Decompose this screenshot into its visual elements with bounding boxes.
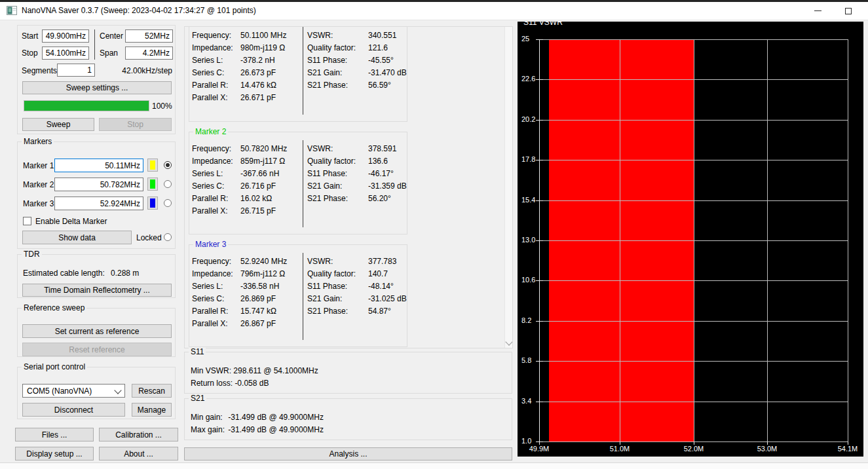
window-title: NanoVNA Saver 0.3.7 (Sweep: 2023-04-02 1… [22, 6, 256, 15]
field-label: Parallel X: [192, 206, 228, 216]
marker-row: Marker 3 [18, 197, 175, 211]
sweep-start-input[interactable] [42, 29, 89, 43]
set-reference-button[interactable]: Set current as reference [22, 324, 172, 338]
field-row: Parallel X:26.715 pF [189, 206, 407, 219]
marker-panel-title: Marker 3 [193, 240, 228, 249]
field-value: 121.6 [368, 43, 388, 52]
marker-data-scroll-area[interactable]: Frequency:50.1100 MHzImpedance:980m-j119… [184, 26, 513, 348]
max-gain-value: -31.499 dB @ 49.9000MHz [228, 425, 324, 434]
enable-delta-marker-checkbox[interactable] [23, 217, 31, 225]
field-value: -48.14° [368, 282, 394, 291]
sweep-button[interactable]: Sweep [22, 118, 94, 131]
sweep-settings-button[interactable]: Sweep settings ... [22, 81, 172, 94]
stop-button[interactable]: Stop [99, 118, 172, 131]
y-tick-label: 13.0 [521, 236, 535, 244]
about-button[interactable]: About ... [99, 447, 178, 460]
tdr-button[interactable]: Time Domain Reflectometry ... [22, 284, 172, 297]
calibration-button[interactable]: Calibration ... [99, 428, 178, 441]
marker-color-button[interactable] [147, 159, 158, 172]
marker2-data-panel: Marker 2Frequency:50.7820 MHzImpedance:8… [189, 132, 407, 235]
marker-select-radio[interactable] [164, 199, 172, 207]
markers-group-title: Markers [22, 137, 54, 146]
maximize-button[interactable] [837, 2, 859, 20]
marker-label: Marker 1 [23, 161, 54, 170]
marker-select-radio[interactable] [164, 161, 172, 169]
marker-frequency-input[interactable] [54, 178, 143, 191]
manage-button[interactable]: Manage [132, 403, 172, 417]
field-row: S21 Gain:-31.025 dB [189, 294, 407, 307]
cable-length-value: 0.288 m [111, 269, 139, 278]
divider [94, 29, 95, 60]
field-label: S11 Phase: [307, 56, 347, 65]
field-label: S21 Gain: [307, 68, 342, 77]
minimize-button[interactable] [806, 2, 829, 20]
scrollbar[interactable] [504, 27, 512, 348]
field-value: -45.55° [368, 56, 394, 65]
display-setup-button[interactable]: Display setup ... [15, 447, 94, 460]
marker-frequency-input[interactable] [54, 159, 143, 172]
x-tick-label: 49.9M [529, 445, 550, 453]
axis-tick [536, 39, 543, 40]
field-value: 140.7 [368, 269, 388, 278]
field-value: 26.715 pF [240, 206, 276, 216]
field-row: Quality factor:136.6 [189, 157, 407, 169]
field-row: VSWR:340.551 [189, 31, 407, 43]
axis-tick [536, 120, 543, 121]
show-data-button[interactable]: Show data [22, 231, 132, 244]
marker-color-button[interactable] [147, 197, 158, 210]
step-size-label: 42.00kHz/step [122, 66, 172, 75]
sweep-progress-bar [24, 100, 149, 111]
field-label: VSWR: [307, 31, 333, 40]
sweep-stop-input[interactable] [42, 47, 89, 60]
titlebar[interactable]: NanoVNA Saver 0.3.7 (Sweep: 2023-04-02 1… [0, 2, 868, 20]
center-label: Center [100, 31, 123, 41]
markers-group: Markers Marker 1Marker 2Marker 3 Enable … [17, 141, 176, 249]
scroll-down-arrow[interactable] [505, 338, 512, 347]
marker-frequency-input[interactable] [54, 197, 143, 210]
marker-row: Marker 2 [18, 178, 175, 192]
max-gain-label: Max gain: [191, 425, 226, 434]
field-value: 340.551 [368, 31, 396, 40]
field-label: S11 Phase: [307, 282, 347, 291]
marker-select-radio[interactable] [164, 180, 172, 188]
min-vswr-label: Min VSWR: [191, 366, 231, 375]
gridline [767, 39, 768, 442]
field-value: -46.17° [368, 169, 394, 178]
files-button[interactable]: Files ... [15, 428, 94, 441]
minimize-icon [814, 10, 821, 11]
sweep-center-input[interactable] [125, 29, 173, 43]
y-tick-label: 17.8 [521, 155, 535, 163]
maximize-icon [845, 8, 852, 14]
x-tick-label: 54.1M [838, 445, 858, 453]
field-row: S21 Phase:54.87° [189, 307, 407, 319]
locked-radio[interactable] [164, 233, 172, 241]
reset-reference-button[interactable]: Reset reference [22, 343, 172, 356]
analysis-button[interactable]: Analysis ... [184, 447, 512, 460]
gridline [620, 39, 620, 442]
com-port-select[interactable]: COM5 (NanoVNA) [22, 384, 125, 398]
reference-sweep-title: Reference sweep [22, 303, 86, 312]
axis-tick [536, 361, 543, 362]
field-value: 378.591 [368, 144, 396, 153]
vswr-chart[interactable]: S11 VSWR 2522.620.217.815.413.010.68.25.… [518, 22, 863, 457]
field-value: 26.671 pF [240, 93, 276, 102]
rescan-button[interactable]: Rescan [132, 384, 172, 398]
app-icon [7, 5, 17, 16]
segments-input[interactable] [57, 64, 95, 77]
field-value: -31.359 dB [368, 181, 407, 191]
field-value: -31.470 dB [368, 68, 407, 77]
x-tick-label: 53.0M [757, 445, 778, 453]
sweep-span-input[interactable] [125, 47, 173, 60]
field-value: 377.783 [368, 257, 396, 266]
field-row: VSWR:378.591 [189, 144, 407, 157]
y-tick-label: 5.8 [521, 356, 531, 364]
field-row: S21 Gain:-31.359 dB [189, 181, 407, 194]
return-loss-value: -0.058 dB [235, 379, 269, 388]
disconnect-button[interactable]: Disconnect [22, 403, 125, 417]
marker-color-button[interactable] [147, 178, 158, 191]
s21-summary-title: S21 [189, 394, 206, 403]
field-row: S11 Phase:-48.14° [189, 282, 407, 294]
field-label: VSWR: [307, 257, 333, 266]
window-bottom-strip [0, 462, 868, 469]
y-tick-label: 22.6 [521, 75, 535, 83]
